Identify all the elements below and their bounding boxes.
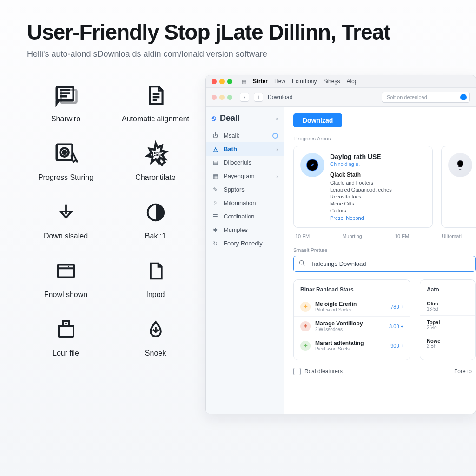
feature-label: Sharwiro bbox=[27, 115, 105, 123]
window-icon bbox=[27, 256, 105, 286]
timeline-1: Muprting bbox=[342, 233, 362, 239]
sidebar-icon: ⏻ bbox=[212, 132, 219, 139]
list-item[interactable]: Topai25·lo bbox=[420, 315, 475, 334]
row-sub: Pilul ≻oort Socks bbox=[315, 307, 357, 312]
feature-target-hand: Progress Sturing bbox=[27, 139, 105, 182]
search-placeholder: Solt on deœnload bbox=[387, 94, 427, 100]
row-title: Me oigle Ererlin bbox=[315, 301, 357, 307]
list-item[interactable]: Olim13·5d bbox=[420, 297, 475, 315]
traffic-lights[interactable] bbox=[212, 79, 232, 84]
row-meta: 900 + bbox=[390, 343, 403, 349]
list-rapload-stars: Binar Rapload Stars ✦Me oigle ErerlinPil… bbox=[293, 279, 410, 360]
list-auto: Aato Olim13·5dTopai25·loNowe2:Bh bbox=[420, 279, 476, 360]
sidebar-item-dilocerluls[interactable]: ▤Dilocerluls bbox=[206, 156, 284, 169]
feature-page: Inpod bbox=[117, 256, 194, 299]
sidebar-item-label: Spptors bbox=[224, 186, 245, 193]
row-title: Nowe bbox=[427, 338, 440, 344]
feature-label: Inpod bbox=[117, 291, 194, 299]
sidebar-icon: ☰ bbox=[212, 213, 219, 220]
compass-icon bbox=[300, 153, 324, 177]
zoom-icon[interactable] bbox=[227, 79, 232, 84]
feature-label: Lour file bbox=[27, 349, 105, 357]
sidebar-icon: ▤ bbox=[212, 159, 219, 166]
row-icon: ✦ bbox=[300, 341, 311, 351]
sidebar-item-spptors[interactable]: ✎Spptors bbox=[206, 183, 284, 196]
sidebar-item-muniples[interactable]: ✱Muniples bbox=[206, 223, 284, 237]
card1-line: Calturs bbox=[330, 208, 392, 213]
svg-point-4 bbox=[63, 151, 66, 154]
download-button[interactable]: Downlzad bbox=[293, 113, 342, 127]
row-sub: 25·lo bbox=[427, 325, 440, 330]
feature-chat-lines: Sharwiro bbox=[27, 80, 105, 123]
card-stabo[interactable]: Stabo d Ploce we Alntionte DonsloolPropo… bbox=[441, 146, 476, 228]
page-icon bbox=[117, 256, 194, 286]
timeline-row: 10 FM Muprting 10 FM Ulitomati bbox=[293, 233, 476, 239]
list-item[interactable]: ✦Marart adtentatingPical ssort Socts900 … bbox=[294, 336, 410, 355]
arrow-down-icon bbox=[27, 198, 105, 227]
sidebar-icon: ✎ bbox=[212, 186, 219, 193]
card-daylog[interactable]: Daylog rath USE Chinoiding u. Qlack Stat… bbox=[293, 146, 433, 228]
collapse-icon[interactable]: ‹ bbox=[276, 115, 278, 122]
svg-rect-9 bbox=[59, 326, 73, 337]
sidebar-item-msalk[interactable]: ⏻Msalk bbox=[206, 129, 284, 142]
sidebar-item-bath[interactable]: △Bath› bbox=[206, 142, 284, 156]
list-item[interactable]: ✦Me oigle ErerlinPilul ≻oort Socks780 + bbox=[294, 297, 410, 316]
list2-title: Aato bbox=[420, 284, 475, 297]
list-item[interactable]: ✦Marage Vontillooy2lW issodces3.00 + bbox=[294, 316, 410, 336]
sidebar-item-label: Muniples bbox=[224, 226, 248, 233]
chevron-right-icon: › bbox=[276, 173, 278, 179]
card1-line: Glacle and Footers bbox=[330, 180, 392, 185]
menu-item-sihe[interactable]: Siheşs bbox=[323, 78, 340, 85]
page-title: User-Friendly Stop jLate Dillinn, Treat bbox=[27, 20, 449, 45]
menu-item-alop[interactable]: Alop bbox=[346, 78, 357, 85]
sidebar-brand[interactable]: ⎋ Deail ‹ bbox=[206, 112, 284, 129]
feature-label: Bak::1 bbox=[117, 232, 194, 240]
toolbar-back-button[interactable]: ‹ bbox=[240, 93, 249, 102]
sidebar-item-payengram[interactable]: ▦Payengram› bbox=[206, 169, 284, 183]
sidebar-item-milonination[interactable]: ♘Milonination bbox=[206, 196, 284, 210]
row-meta: 3.00 + bbox=[389, 324, 403, 329]
row-meta: 780 + bbox=[390, 304, 403, 310]
menu-item-starter[interactable]: Strter bbox=[253, 78, 268, 85]
row-sub: Pical ssort Socts bbox=[315, 346, 364, 351]
row-icon: ✦ bbox=[300, 321, 311, 331]
feature-label: Down slsaled bbox=[27, 232, 105, 240]
card1-line: Lerapled Gapanood. eches bbox=[330, 187, 392, 192]
minimize-icon[interactable] bbox=[219, 79, 225, 84]
sidebar-item-label: Payengram bbox=[224, 172, 254, 179]
toolbar-add-button[interactable]: + bbox=[254, 93, 263, 102]
footer-right[interactable]: Fore to bbox=[454, 368, 472, 375]
feature-upload-box: Lour file bbox=[27, 315, 105, 357]
card1-block: Qlack Stath bbox=[330, 172, 392, 178]
row-title: Topai bbox=[427, 319, 440, 325]
breadcrumb: Dowriload bbox=[268, 94, 292, 100]
feature-grid: SharwiroAutomatic alignmentProgress Stur… bbox=[27, 70, 194, 414]
half-circle-icon bbox=[117, 198, 194, 227]
card1-line: Mene Cilts bbox=[330, 201, 392, 206]
menu-item-ectur[interactable]: Ecturtiony bbox=[292, 78, 317, 85]
card1-link[interactable]: Presel Nepond bbox=[330, 215, 392, 221]
svg-point-11 bbox=[65, 323, 67, 324]
sidebar-item-foory rocedly[interactable]: ↻Foory Rocedly bbox=[206, 237, 284, 250]
menu-item-hew[interactable]: Hew bbox=[274, 78, 285, 85]
close-icon[interactable] bbox=[212, 79, 217, 84]
brand-label: Deail bbox=[220, 113, 240, 123]
list-item[interactable]: Nowe2:Bh bbox=[420, 334, 475, 352]
toolbar-search[interactable]: Solt on deœnload bbox=[382, 92, 470, 103]
feature-half-circle: Bak::1 bbox=[117, 198, 194, 240]
feature-window: Fnowl shown bbox=[27, 256, 105, 299]
download-drop-icon bbox=[117, 315, 194, 344]
sidebar-item-cordination[interactable]: ☰Cordination bbox=[206, 210, 284, 223]
feature-download-drop: Snoek bbox=[117, 315, 194, 357]
bulb-icon bbox=[448, 153, 472, 177]
card1-line: Recostta foes bbox=[330, 194, 392, 199]
sidebar-icon: △ bbox=[212, 146, 219, 152]
feature-label: Fnowl shown bbox=[27, 291, 105, 299]
roadfeatures-checkbox[interactable] bbox=[293, 368, 301, 375]
sidebar-icon: ▦ bbox=[212, 173, 219, 179]
doc-icon: ▤ bbox=[242, 79, 246, 85]
timeline-2: 10 FM bbox=[395, 233, 409, 239]
row-icon: ✦ bbox=[300, 302, 311, 312]
sidebar-icon: ↻ bbox=[212, 240, 219, 247]
download-search[interactable]: Tialesings Download bbox=[293, 256, 476, 272]
